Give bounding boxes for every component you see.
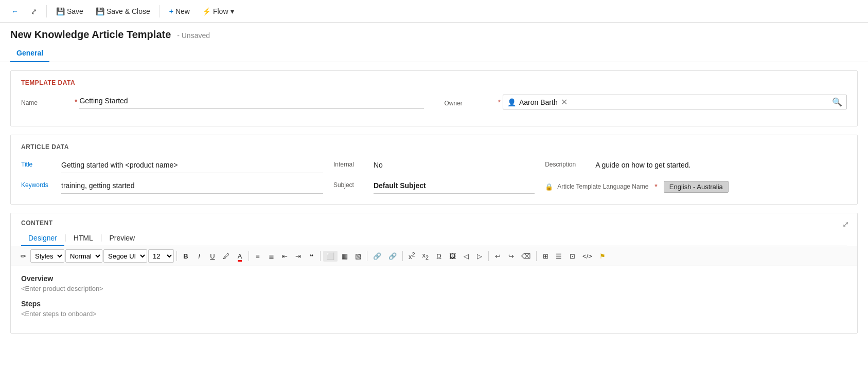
save-close-icon: 💾 (96, 7, 104, 15)
page-title: New Knowledge Article Template (10, 29, 171, 40)
page-title-bar: New Knowledge Article Template - Unsaved (0, 23, 868, 41)
size-select[interactable]: 12 (148, 249, 174, 263)
ltr-button[interactable]: ▷ (473, 251, 486, 262)
numbers-button[interactable]: ≣ (265, 251, 277, 262)
editor-body[interactable]: Overview <Enter product description> Ste… (11, 266, 857, 333)
flow-caret-icon: ▾ (231, 7, 234, 15)
keywords-field: Keywords training, getting started (21, 179, 323, 194)
tab-designer[interactable]: Designer (21, 231, 64, 246)
back-icon: ← (11, 7, 19, 15)
superscript-button[interactable]: x2 (405, 250, 418, 262)
share-button[interactable]: ⤤ (26, 5, 42, 17)
share-icon: ⤤ (31, 7, 37, 15)
clear-format-button[interactable]: ⌫ (518, 251, 534, 262)
align-center-button[interactable]: ▦ (339, 251, 351, 262)
format-select[interactable]: Normal (65, 249, 102, 263)
lang-label: Article Template Language Name (557, 183, 648, 190)
table-button[interactable]: ⊞ (539, 251, 552, 262)
description-field: Description A guide on how to get starte… (545, 159, 847, 173)
toolbar: ← ⤤ 💾 Save 💾 Save & Close + New ⚡ Flow ▾ (0, 0, 868, 23)
editor-sep-1 (176, 251, 177, 261)
save-button[interactable]: 💾 Save (51, 5, 88, 17)
name-value[interactable]: Getting Started (79, 95, 423, 109)
content-tabs: Designer | HTML | Preview (21, 231, 847, 246)
owner-person-icon: 👤 (507, 98, 516, 106)
content-header: CONTENT Designer | HTML | Preview (11, 213, 857, 246)
article-data-section: ARTICLE DATA Title Getting started with … (10, 135, 858, 205)
title-value[interactable]: Getting started with <product name> (61, 159, 323, 173)
main-content: TEMPLATE DATA Name * Getting Started Own… (0, 62, 868, 342)
tab-preview[interactable]: Preview (102, 231, 142, 246)
keywords-label: Keywords (21, 179, 57, 189)
template-data-title: TEMPLATE DATA (21, 79, 847, 86)
unsaved-indicator: - Unsaved (177, 31, 210, 40)
owner-required: * (498, 98, 501, 106)
lock-icon: 🔒 (545, 183, 553, 191)
flag-button[interactable]: ⚑ (596, 251, 609, 262)
italic-button[interactable]: I (193, 251, 205, 262)
indent-dec-button[interactable]: ⇤ (278, 251, 291, 262)
owner-clear-button[interactable]: ✕ (561, 98, 568, 106)
font-select[interactable]: Segoe UI (103, 249, 147, 263)
flow-button[interactable]: ⚡ Flow ▾ (197, 5, 239, 17)
quote-button[interactable]: ❝ (305, 251, 317, 262)
expand-icon[interactable]: ⤢ (842, 219, 849, 229)
tab-general[interactable]: General (10, 45, 49, 62)
undo-button[interactable]: ↩ (491, 251, 504, 262)
editor-sep-3 (320, 251, 321, 261)
owner-search-icon[interactable]: 🔍 (832, 97, 842, 107)
article-data-title: ARTICLE DATA (21, 143, 847, 151)
owner-input[interactable]: 👤 Aaron Barth ✕ 🔍 (503, 95, 847, 109)
align-left-button[interactable]: ⬜ (323, 251, 338, 262)
code-button[interactable]: </> (579, 251, 595, 262)
internal-field: Internal No (333, 159, 535, 173)
editor-sep-2 (249, 251, 249, 261)
description-value: A guide on how to get started. (595, 159, 847, 173)
back-button[interactable]: ← (6, 5, 24, 17)
toolbar-sep-2 (160, 5, 160, 17)
underline-button[interactable]: U (206, 251, 219, 262)
indent-inc-button[interactable]: ⇥ (292, 251, 304, 262)
keywords-value[interactable]: training, getting started (61, 179, 323, 194)
lang-value[interactable]: English - Australia (664, 181, 729, 193)
redo-button[interactable]: ↪ (505, 251, 517, 262)
new-icon: + (169, 7, 173, 15)
resize-button[interactable]: ⊡ (566, 251, 578, 262)
title-field: Title Getting started with <product name… (21, 159, 323, 173)
steps-placeholder: <Enter steps to onboard> (21, 310, 847, 318)
new-button[interactable]: + New (164, 5, 195, 17)
subject-label: Subject (333, 179, 369, 189)
editor-sep-7 (536, 251, 537, 261)
save-close-button[interactable]: 💾 Save & Close (91, 5, 155, 17)
special-char-button[interactable]: Ω (433, 251, 445, 262)
align-right-button[interactable]: ▧ (352, 251, 364, 262)
rtl-button[interactable]: ◁ (460, 251, 472, 262)
overview-placeholder: <Enter product description> (21, 285, 847, 292)
subject-value[interactable]: Default Subject (374, 179, 535, 194)
steps-heading: Steps (21, 300, 847, 308)
description-label: Description (545, 159, 591, 168)
styles-select[interactable]: Styles (30, 249, 64, 263)
tab-bar: General (0, 41, 868, 62)
link-button[interactable]: 🔗 (370, 251, 384, 262)
owner-field: Owner * 👤 Aaron Barth ✕ 🔍 (445, 95, 847, 109)
article-row-1: Title Getting started with <product name… (21, 159, 847, 173)
font-color-button[interactable]: A (234, 251, 246, 262)
highlight-button[interactable]: 🖊 (220, 251, 233, 262)
overview-heading: Overview (21, 274, 847, 283)
bullets-button[interactable]: ≡ (252, 251, 264, 262)
editor-sep-5 (402, 251, 403, 261)
save-icon: 💾 (56, 7, 65, 15)
remove-link-button[interactable]: 🔗 (385, 251, 400, 262)
content-title: CONTENT (21, 219, 847, 227)
new-label: New (175, 7, 190, 15)
editor-pen-button[interactable]: ✏ (17, 251, 29, 262)
image-button[interactable]: 🖼 (446, 251, 459, 262)
language-field: 🔒 Article Template Language Name * Engli… (545, 179, 847, 194)
subscript-button[interactable]: x2 (419, 250, 432, 262)
bold-button[interactable]: B (180, 251, 192, 262)
editor-sep-6 (488, 251, 489, 261)
tab-html[interactable]: HTML (66, 231, 100, 246)
editor-toolbar: ✏ Styles Normal Segoe UI 12 B I U 🖊 A ≡ … (11, 246, 857, 266)
list-button[interactable]: ☰ (553, 251, 565, 262)
